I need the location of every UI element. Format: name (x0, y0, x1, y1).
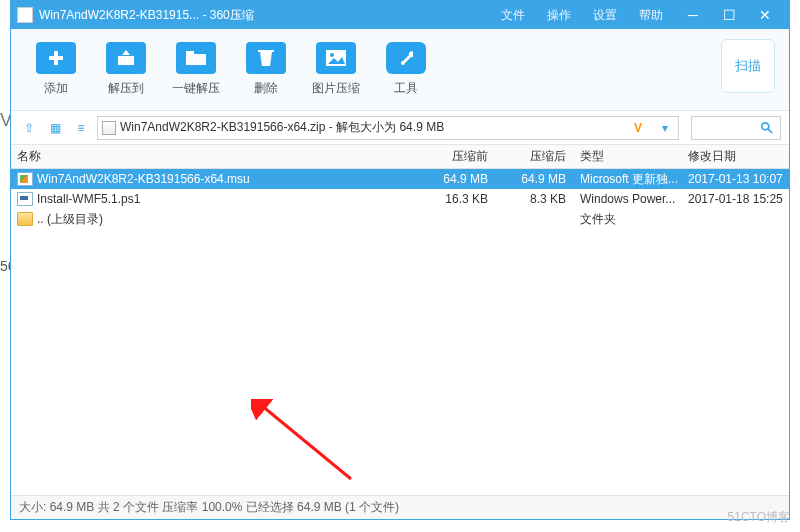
titlebar: Win7AndW2K8R2-KB31915... - 360压缩 文件 操作 设… (11, 1, 789, 29)
plus-icon (46, 48, 66, 68)
delete-button[interactable]: 删除 (235, 42, 297, 97)
chevron-down-icon[interactable]: ▾ (656, 121, 674, 135)
tools-button[interactable]: 工具 (375, 42, 437, 97)
window-controls: ─ ☐ ✕ (675, 1, 783, 29)
image-icon (325, 49, 347, 67)
header-date[interactable]: 修改日期 (684, 148, 789, 165)
view-tree-button[interactable]: ▦ (45, 118, 65, 138)
extract-icon (116, 50, 136, 66)
menu-file[interactable]: 文件 (501, 7, 525, 24)
status-text: 大小: 64.9 MB 共 2 个文件 压缩率 100.0% 已经选择 64.9… (19, 499, 399, 516)
close-button[interactable]: ✕ (747, 1, 783, 29)
file-date: 2017-01-18 15:25 (684, 192, 789, 206)
svg-line-9 (261, 405, 351, 479)
file-type: Microsoft 更新独... (576, 171, 684, 188)
header-pre[interactable]: 压缩前 (416, 148, 498, 165)
svg-point-6 (330, 53, 334, 57)
header-type[interactable]: 类型 (576, 148, 684, 165)
folder-icon (184, 50, 208, 66)
file-list[interactable]: Win7AndW2K8R2-KB3191566-x64.msu64.9 MB64… (11, 169, 789, 495)
watermark: 51CTO博客 (728, 509, 790, 526)
size-pre: 64.9 MB (416, 172, 498, 186)
search-icon (760, 121, 774, 135)
svg-line-8 (768, 128, 772, 132)
svg-rect-4 (186, 51, 194, 55)
file-name: Win7AndW2K8R2-KB3191566-x64.msu (37, 172, 416, 186)
maximize-button[interactable]: ☐ (711, 1, 747, 29)
archive-icon (102, 121, 116, 135)
ps1-icon (17, 192, 33, 206)
table-row[interactable]: Install-WMF5.1.ps116.3 KB8.3 KBWindows P… (11, 189, 789, 209)
delete-label: 删除 (254, 80, 278, 97)
svg-rect-3 (186, 54, 206, 65)
svg-rect-2 (118, 56, 134, 65)
size-pre: 16.3 KB (416, 192, 498, 206)
navbar: ⇧ ▦ ≡ Win7AndW2K8R2-KB3191566-x64.zip - … (11, 111, 789, 145)
main-window: Win7AndW2K8R2-KB31915... - 360压缩 文件 操作 设… (10, 0, 790, 520)
path-box[interactable]: Win7AndW2K8R2-KB3191566-x64.zip - 解包大小为 … (97, 116, 679, 140)
size-post: 8.3 KB (498, 192, 576, 206)
msu-icon (17, 172, 33, 186)
file-name: .. (上级目录) (37, 211, 416, 228)
oneclick-label: 一键解压 (172, 80, 220, 97)
table-row[interactable]: Win7AndW2K8R2-KB3191566-x64.msu64.9 MB64… (11, 169, 789, 189)
add-label: 添加 (44, 80, 68, 97)
file-date: 2017-01-13 10:07 (684, 172, 789, 186)
extract-label: 解压到 (108, 80, 144, 97)
svg-rect-1 (49, 56, 63, 60)
file-type: Windows Power... (576, 192, 684, 206)
status-bar: 大小: 64.9 MB 共 2 个文件 压缩率 100.0% 已经选择 64.9… (11, 495, 789, 519)
oneclick-button[interactable]: 一键解压 (165, 42, 227, 97)
add-button[interactable]: 添加 (25, 42, 87, 97)
table-row[interactable]: .. (上级目录)文件夹 (11, 209, 789, 229)
column-headers: 名称 压缩前 压缩后 类型 修改日期 (11, 145, 789, 169)
trash-icon (257, 48, 275, 68)
scan-button[interactable]: 扫描 (721, 39, 775, 93)
wrench-icon (399, 51, 413, 65)
view-list-button[interactable]: ≡ (71, 118, 91, 138)
up-button[interactable]: ⇧ (19, 118, 39, 138)
path-text: Win7AndW2K8R2-KB3191566-x64.zip - 解包大小为 … (120, 119, 620, 136)
menu-help[interactable]: 帮助 (639, 7, 663, 24)
menu-operate[interactable]: 操作 (547, 7, 571, 24)
svg-point-7 (762, 122, 769, 129)
menu-settings[interactable]: 设置 (593, 7, 617, 24)
minimize-button[interactable]: ─ (675, 1, 711, 29)
menubar: 文件 操作 设置 帮助 (501, 7, 663, 24)
file-name: Install-WMF5.1.ps1 (37, 192, 416, 206)
annotation-arrow (251, 399, 371, 489)
tools-label: 工具 (394, 80, 418, 97)
image-compress-button[interactable]: 图片压缩 (305, 42, 367, 97)
folder-icon (17, 212, 33, 226)
file-type: 文件夹 (576, 211, 684, 228)
scan-label: 扫描 (735, 57, 761, 75)
imgcomp-label: 图片压缩 (312, 80, 360, 97)
toolbar: 添加 解压到 一键解压 删除 图片压缩 工具 扫描 (11, 29, 789, 111)
v-indicator: V (620, 121, 656, 135)
header-post[interactable]: 压缩后 (498, 148, 576, 165)
size-post: 64.9 MB (498, 172, 576, 186)
search-input[interactable] (691, 116, 781, 140)
app-icon (17, 7, 33, 23)
extract-button[interactable]: 解压到 (95, 42, 157, 97)
header-name[interactable]: 名称 (11, 148, 416, 165)
window-title: Win7AndW2K8R2-KB31915... - 360压缩 (39, 7, 254, 24)
